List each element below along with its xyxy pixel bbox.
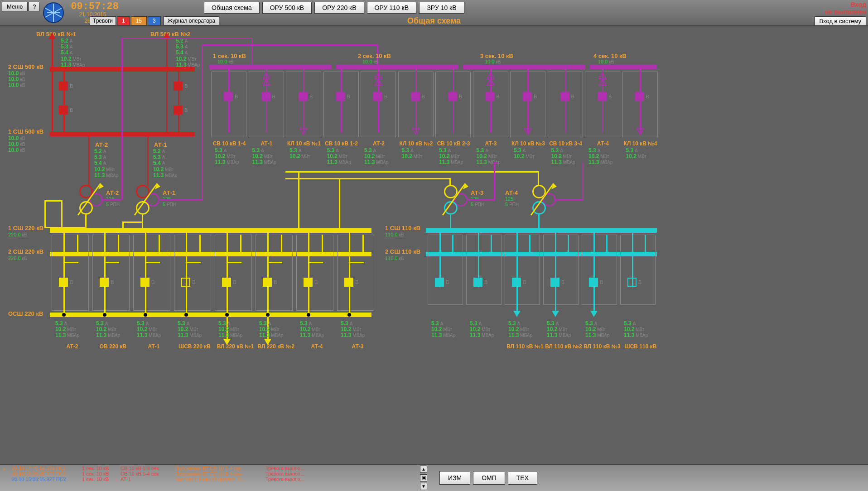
arrow-up-icon xyxy=(374,72,382,88)
brk-10kv-3[interactable]: В xyxy=(336,92,350,101)
bus-500-1-readings: 10.0кВ10.0кВ10.0кВ xyxy=(8,135,25,154)
alarm-log-row[interactable]: 20.10 15:26:35.434 ПС11 сек. 10 кВСВ 10 … xyxy=(12,471,414,477)
brk-220kv-5[interactable]: В xyxy=(263,278,277,287)
bus-220-2-label: 2 СШ 220 кВ xyxy=(8,248,43,255)
bus-110-2-label: 2 СШ 110 кВ xyxy=(385,248,420,255)
sec2-label: 2 сек. 10 кВ xyxy=(358,53,391,59)
brk-10kv-10[interactable]: В xyxy=(598,92,612,101)
btn-izm[interactable]: ИЗМ xyxy=(439,471,470,485)
bay-10kv-label-5: КЛ 10 кВ №2 xyxy=(397,140,435,147)
brk-110kv-3[interactable]: В xyxy=(550,278,564,287)
sec1-label: 1 сек. 10 кВ xyxy=(213,53,246,59)
brk-10kv-8[interactable]: В xyxy=(523,92,537,101)
btn-teh[interactable]: ТЕХ xyxy=(508,471,537,485)
bay-110kv-1[interactable] xyxy=(466,235,502,305)
brk-110kv-2[interactable]: В xyxy=(512,278,526,287)
bay-220kv-label-6: АТ-4 xyxy=(295,343,338,350)
svg-marker-6 xyxy=(263,79,270,85)
bay-220kv-6[interactable] xyxy=(296,235,333,311)
brk-10kv-0[interactable]: В xyxy=(224,92,238,101)
brk-110kv-4[interactable]: В xyxy=(589,278,603,287)
operator-journal-button[interactable]: Журнал оператора xyxy=(164,16,219,25)
bay-110kv-2[interactable] xyxy=(505,235,540,305)
alarm-log[interactable]: 20.10 15:26:54.324 ПС11 сек. 10 кВСВ 10 … xyxy=(9,465,417,491)
brk-220kv-2[interactable]: В xyxy=(140,278,154,287)
scroll-down-icon[interactable]: ▼ xyxy=(420,483,427,490)
xfmr-at1-info: АТ-1 125 5 РПН xyxy=(163,189,176,207)
svg-marker-10 xyxy=(412,129,420,135)
alarm-badge-red[interactable]: 1 xyxy=(117,16,130,25)
at1-500-readings: 5.2А5.3А5.4А10.2МВт11.3МВАр xyxy=(153,149,177,178)
brk-220kv-0[interactable]: В xyxy=(59,278,73,287)
nav-110kv[interactable]: ОРУ 110 кВ xyxy=(367,2,416,14)
alarm-log-scroll: ▲ ▣ ▼ xyxy=(417,465,430,491)
nav-overview[interactable]: Общая схема xyxy=(204,2,260,14)
brk-220kv-3[interactable]: В xyxy=(181,278,195,287)
sec3-label: 3 сек. 10 кВ xyxy=(480,53,513,59)
brk-10kv-9[interactable]: В xyxy=(560,92,574,101)
brk-220kv-1[interactable]: В xyxy=(100,278,114,287)
login-status-1: Вход xyxy=(815,1,866,8)
bus-10-sec2[interactable] xyxy=(336,65,458,69)
brk-10kv-2[interactable]: В xyxy=(299,92,313,101)
sec4-label: 4 сек. 10 кВ xyxy=(593,53,627,59)
bay-110kv-3[interactable] xyxy=(543,235,579,305)
bus-10-sec4[interactable] xyxy=(590,65,657,69)
brk-220kv-7[interactable]: В xyxy=(344,278,358,287)
bay-110kv-4[interactable] xyxy=(582,235,617,305)
brk-220kv-6[interactable]: В xyxy=(304,278,318,287)
brk-110kv-0[interactable]: В xyxy=(435,278,449,287)
bay-220kv-1[interactable] xyxy=(92,235,130,311)
brk-220kv-4[interactable]: В xyxy=(222,278,236,287)
alarm-badge-orange[interactable]: 15 xyxy=(131,16,147,25)
brk-110kv-5[interactable]: В xyxy=(627,278,641,287)
logo-icon xyxy=(43,2,64,24)
arrow-down-icon xyxy=(524,128,532,137)
alarm-log-row[interactable]: 20.10 15:08:15.927 ПС21 сек. 10 кВАТ-1Ча… xyxy=(12,477,414,482)
brk-10kv-11[interactable]: В xyxy=(635,92,649,101)
brk-10kv-4[interactable]: В xyxy=(373,92,387,101)
nav-500kv[interactable]: ОРУ 500 кВ xyxy=(262,2,312,14)
alarm-pin-icon[interactable] xyxy=(0,465,9,491)
brk-10kv-5[interactable]: В xyxy=(411,92,425,101)
brk-vl500-1-top[interactable]: В xyxy=(59,82,73,91)
clock-time: 09:57:28 xyxy=(71,1,119,12)
brk-vl500-2-top[interactable]: В xyxy=(174,82,188,91)
svg-marker-5 xyxy=(263,73,270,79)
bay-220kv-0[interactable] xyxy=(52,235,89,311)
bay-110kv-5[interactable] xyxy=(620,235,656,305)
nav-10kv[interactable]: ЗРУ 10 кВ xyxy=(419,2,464,14)
bay-10kv-label-4: АТ-2 xyxy=(360,140,398,147)
bus-220-1[interactable] xyxy=(50,228,371,233)
bus-10-sec3[interactable] xyxy=(463,65,585,69)
bay-220kv-3[interactable] xyxy=(174,235,211,311)
alarm-badge-blue[interactable]: 3 xyxy=(148,16,161,25)
bay-110kv-0[interactable] xyxy=(428,235,463,305)
bus-10-sec1[interactable] xyxy=(209,65,332,69)
bus-110-1[interactable] xyxy=(426,228,657,233)
brk-10kv-6[interactable]: В xyxy=(448,92,462,101)
scroll-mid-icon[interactable]: ▣ xyxy=(420,474,427,481)
brk-10kv-1[interactable]: В xyxy=(261,92,275,101)
brk-vl500-2-bot[interactable]: В xyxy=(174,106,188,115)
bay-220kv-4[interactable] xyxy=(215,235,252,311)
bay-220kv-5[interactable] xyxy=(256,235,293,311)
brk-vl500-1-bot[interactable]: В xyxy=(59,106,73,115)
login-button[interactable]: Вход в систему xyxy=(815,16,866,26)
bus-220-1-label: 1 СШ 220 кВ xyxy=(8,225,43,231)
nav-220kv[interactable]: ОРУ 220 кВ xyxy=(314,2,364,14)
scroll-up-icon[interactable]: ▲ xyxy=(420,466,427,473)
bay-220kv-7[interactable] xyxy=(337,235,374,311)
help-button[interactable]: ? xyxy=(29,2,40,11)
bay-220kv-2[interactable] xyxy=(133,235,170,311)
brk-110kv-1[interactable]: В xyxy=(473,278,487,287)
alarm-log-row[interactable]: 20.10 15:26:54.324 ПС11 сек. 10 кВСВ 10 … xyxy=(12,466,414,471)
bus-220-osh[interactable] xyxy=(50,313,371,317)
bay-110kv-label-4: ВЛ 110 кВ №3 xyxy=(580,343,624,350)
arrow-up-icon xyxy=(598,72,607,88)
menu-button[interactable]: Меню xyxy=(2,2,28,11)
svg-line-3 xyxy=(135,183,157,215)
brk-10kv-7[interactable]: В xyxy=(486,92,500,101)
btn-omp[interactable]: ОМП xyxy=(473,471,505,485)
vl500-2-line xyxy=(166,39,168,132)
